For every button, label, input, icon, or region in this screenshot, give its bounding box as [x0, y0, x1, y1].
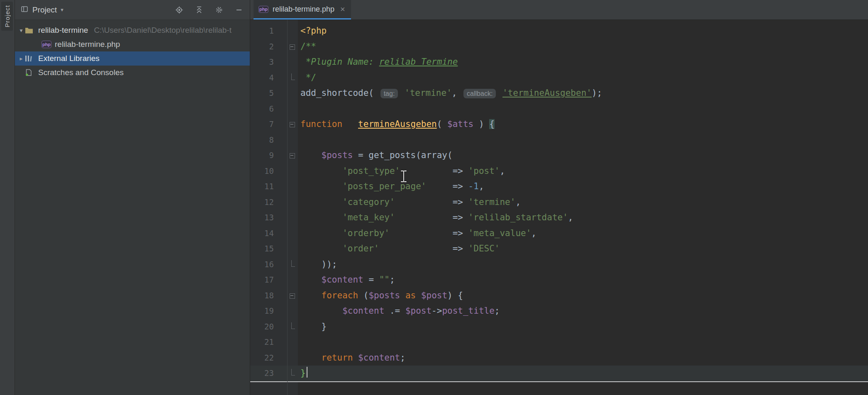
- code-line[interactable]: 1<?php: [250, 23, 868, 39]
- code-line[interactable]: 9 $posts = get_posts(array(: [250, 148, 868, 163]
- code-line[interactable]: 23}: [250, 366, 868, 381]
- line-number[interactable]: 21: [250, 334, 287, 350]
- code-text[interactable]: $posts = get_posts(array(: [298, 148, 453, 163]
- line-number[interactable]: 10: [250, 163, 287, 179]
- code-text[interactable]: */: [298, 70, 316, 86]
- line-number[interactable]: 11: [250, 179, 287, 195]
- code-line[interactable]: 11 'posts_per_page' => -1,: [250, 179, 868, 195]
- code-text[interactable]: 'posts_per_page' => -1,: [298, 179, 484, 195]
- code-text[interactable]: /**: [298, 39, 316, 55]
- code-line[interactable]: 10 'post_type' => 'post',: [250, 163, 868, 179]
- tab-relilab-termine-php[interactable]: php relilab-termine.php ×: [254, 0, 351, 20]
- code-token: 'order': [342, 244, 379, 254]
- code-token: ,: [452, 88, 462, 98]
- code-line[interactable]: 7function termineAusgeben( $atts ) {: [250, 117, 868, 132]
- line-number[interactable]: 5: [250, 85, 287, 101]
- code-token: .=: [384, 306, 405, 316]
- code-line[interactable]: 15 'order' => 'DESC': [250, 241, 868, 257]
- locate-file-icon[interactable]: [174, 5, 184, 15]
- code-text[interactable]: 'category' => 'termine',: [298, 195, 521, 210]
- code-line[interactable]: 17 $content = "";: [250, 272, 868, 288]
- line-number[interactable]: 14: [250, 226, 287, 241]
- code-line[interactable]: 6: [250, 101, 868, 117]
- line-number[interactable]: 23: [250, 366, 287, 381]
- code-line[interactable]: 8: [250, 132, 868, 148]
- code-text[interactable]: [298, 132, 300, 148]
- code-text[interactable]: $content .= $post->post_title;: [298, 303, 500, 319]
- line-number[interactable]: 12: [250, 195, 287, 210]
- code-line[interactable]: 5add_shortcode( tag: 'termine', callback…: [250, 85, 868, 101]
- code-text[interactable]: return $content;: [298, 350, 405, 366]
- line-number[interactable]: 17: [250, 272, 287, 288]
- panel-title[interactable]: Project: [32, 5, 57, 15]
- line-number[interactable]: 13: [250, 210, 287, 226]
- code-text[interactable]: [298, 334, 300, 350]
- line-number[interactable]: 9: [250, 148, 287, 163]
- code-token: *: [300, 57, 311, 67]
- fold-marker[interactable]: [287, 366, 298, 381]
- line-number[interactable]: 20: [250, 319, 287, 335]
- code-line[interactable]: 18 foreach ($posts as $post) {: [250, 288, 868, 304]
- code-text[interactable]: ));: [298, 257, 337, 273]
- settings-gear-icon[interactable]: [214, 5, 224, 15]
- code-line[interactable]: 14 'orderby' => 'meta_value',: [250, 226, 868, 241]
- code-line[interactable]: 20 }: [250, 319, 868, 335]
- project-stripe-button[interactable]: Project: [1, 2, 13, 31]
- code-line[interactable]: 2/**: [250, 39, 868, 55]
- line-number[interactable]: 2: [250, 39, 287, 55]
- code-text[interactable]: 'orderby' => 'meta_value',: [298, 226, 536, 241]
- code-text[interactable]: $content = "";: [298, 272, 395, 288]
- code-text[interactable]: 'meta_key' => 'relilab_startdate',: [298, 210, 573, 226]
- code-text[interactable]: add_shortcode( tag: 'termine', callback:…: [298, 85, 602, 101]
- fold-marker[interactable]: [287, 288, 298, 304]
- code-editor[interactable]: 1<?php2/**3 *Plugin Name: relilab Termin…: [250, 20, 868, 395]
- code-line[interactable]: 13 'meta_key' => 'relilab_startdate',: [250, 210, 868, 226]
- code-token: ): [473, 119, 489, 129]
- tree-item-scratches[interactable]: Scratches and Consoles: [15, 66, 250, 80]
- line-number[interactable]: 6: [250, 101, 287, 117]
- code-line[interactable]: 19 $content .= $post->post_title;: [250, 303, 868, 319]
- collapse-all-icon[interactable]: [194, 5, 204, 15]
- line-number[interactable]: 18: [250, 288, 287, 304]
- chevron-down-icon[interactable]: ▾: [17, 27, 25, 34]
- code-text[interactable]: 'order' => 'DESC': [298, 241, 500, 257]
- fold-marker[interactable]: [287, 39, 298, 55]
- code-token: ,: [515, 197, 521, 207]
- code-text[interactable]: foreach ($posts as $post) {: [298, 288, 463, 304]
- line-number[interactable]: 4: [250, 70, 287, 86]
- code-line[interactable]: 3 *Plugin Name: relilab Termine: [250, 54, 868, 70]
- code-text[interactable]: <?php: [298, 23, 327, 39]
- tree-item-root-folder[interactable]: ▾ relilab-termine C:\Users\Daniel\Deskto…: [15, 23, 250, 37]
- line-number[interactable]: 22: [250, 350, 287, 366]
- fold-marker[interactable]: [287, 117, 298, 132]
- fold-marker[interactable]: [287, 257, 298, 273]
- code-line[interactable]: 16 ));: [250, 257, 868, 273]
- fold-marker[interactable]: [287, 70, 298, 86]
- line-number[interactable]: 7: [250, 117, 287, 132]
- hide-panel-icon[interactable]: [234, 5, 244, 15]
- code-text[interactable]: *Plugin Name: relilab Termine: [298, 54, 458, 70]
- chevron-right-icon[interactable]: ▸: [17, 55, 25, 62]
- code-line[interactable]: 12 'category' => 'termine',: [250, 195, 868, 210]
- line-number[interactable]: 1: [250, 23, 287, 39]
- code-line[interactable]: 21: [250, 334, 868, 350]
- code-text[interactable]: }: [298, 366, 307, 381]
- code-text[interactable]: }: [298, 319, 327, 335]
- line-number[interactable]: 16: [250, 257, 287, 273]
- line-number[interactable]: 15: [250, 241, 287, 257]
- tree-item-php-file[interactable]: php relilab-termine.php: [15, 37, 250, 51]
- line-number[interactable]: 3: [250, 54, 287, 70]
- line-number[interactable]: 8: [250, 132, 287, 148]
- fold-spacer: [287, 85, 298, 101]
- code-text[interactable]: [298, 101, 300, 117]
- chevron-down-icon[interactable]: ▾: [61, 7, 63, 13]
- code-line[interactable]: 22 return $content;: [250, 350, 868, 366]
- code-text[interactable]: function termineAusgeben( $atts ) {: [298, 117, 495, 132]
- code-line[interactable]: 4 */: [250, 70, 868, 86]
- line-number[interactable]: 19: [250, 303, 287, 319]
- fold-marker[interactable]: [287, 319, 298, 335]
- tree-item-external-libraries[interactable]: ▸ External Libraries: [15, 51, 250, 66]
- close-icon[interactable]: ×: [340, 5, 345, 13]
- fold-spacer: [287, 303, 298, 319]
- fold-marker[interactable]: [287, 148, 298, 163]
